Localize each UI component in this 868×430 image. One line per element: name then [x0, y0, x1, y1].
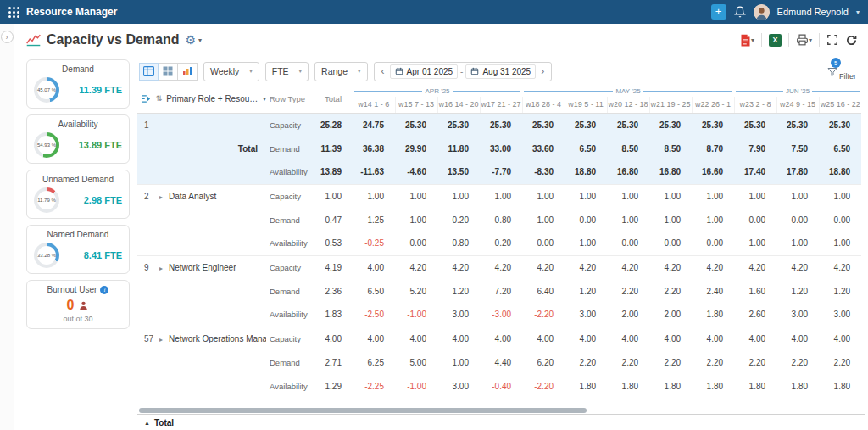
date-from-chip[interactable]: Apr 01 2025 [390, 64, 459, 79]
value-cell: 1.20 [776, 279, 819, 303]
date-to-chip[interactable]: Aug 31 2025 [465, 64, 536, 79]
print-button[interactable]: ▾ [796, 34, 812, 46]
column-header-name[interactable]: ⇅Primary Role + Resource...▾ [137, 85, 266, 113]
avatar[interactable] [754, 4, 770, 20]
value-cell: 0.20 [437, 208, 480, 232]
table-row: Demand2.716.255.001.004.406.202.202.202.… [137, 350, 861, 374]
pinned-total-footer[interactable]: ▲ Total [137, 414, 865, 430]
group-id: 1 [144, 120, 159, 130]
value-cell: 3.00 [437, 303, 480, 327]
info-icon[interactable]: i [100, 286, 108, 294]
value-cell: 4.00 [692, 327, 734, 350]
value-cell: 25.30 [480, 113, 522, 137]
expand-caret-icon[interactable]: ▸ [159, 265, 163, 272]
value-cell: -1.00 [395, 303, 437, 327]
row-type-cell: Availability [266, 160, 314, 184]
period-select[interactable]: Weekly ▾ [203, 62, 259, 81]
value-cell: 2.20 [649, 350, 692, 374]
filter-button[interactable]: 5 Filter [827, 62, 860, 81]
fullscreen-button[interactable] [826, 34, 838, 46]
group-name-cell[interactable]: 57▸Network Operations Manager [137, 327, 266, 350]
grid-view-button[interactable] [159, 63, 178, 81]
expand-caret-icon[interactable]: ▸ [159, 193, 163, 201]
collapse-up-icon: ▲ [144, 420, 150, 426]
table-view-button[interactable] [139, 63, 159, 81]
pdf-icon [740, 34, 751, 47]
notifications-button[interactable] [734, 6, 746, 18]
export-pdf-button[interactable]: ▾ [740, 34, 754, 47]
week-header: w14 1 - 6 [353, 97, 395, 113]
value-cell: 4.00 [353, 327, 395, 350]
footer-total-label: Total [154, 418, 174, 427]
group-name-cell[interactable]: 9▸Network Engineer [137, 255, 266, 279]
week-header: w19 5 - 11 [565, 97, 607, 113]
value-cell: 33.00 [480, 137, 522, 160]
refresh-button[interactable] [845, 34, 858, 47]
date-to-value: Aug 31 2025 [482, 67, 531, 76]
row-type-cell: Availability [266, 303, 314, 327]
value-cell: 16.80 [649, 160, 692, 184]
unit-select[interactable]: FTE ▾ [265, 62, 309, 81]
value-cell: 0.47 [314, 208, 353, 232]
donut-chart: 33.28 % [34, 243, 59, 268]
value-cell: 0.80 [480, 208, 522, 232]
week-header: w16 14 - 20 [437, 97, 480, 113]
value-cell: 4.19 [314, 255, 353, 279]
value-cell: 1.00 [607, 208, 649, 232]
range-select[interactable]: Range ▾ [314, 62, 367, 81]
chevron-down-icon[interactable]: ▾ [856, 8, 860, 16]
funnel-icon [827, 67, 837, 77]
value-cell: 0.00 [522, 232, 565, 255]
burnout-value: 0 [67, 298, 75, 313]
summary-card: Demand45.07 %11.39 FTE [26, 59, 130, 109]
add-button[interactable]: + [711, 4, 726, 20]
horizontal-scrollbar [137, 406, 865, 414]
group-name-cell[interactable]: 2▸Data Analyst [137, 184, 266, 208]
value-cell: -0.40 [480, 374, 522, 398]
expand-all-icon[interactable] [141, 94, 152, 103]
chevron-down-icon: ▾ [358, 68, 361, 75]
value-cell: 25.28 [314, 113, 353, 137]
scrollbar-thumb[interactable] [139, 408, 587, 413]
value-cell: 8.50 [649, 137, 692, 160]
export-excel-button[interactable]: X [769, 34, 782, 47]
value-cell: 4.20 [734, 255, 776, 279]
value-cell: 36.38 [353, 137, 395, 160]
table-row: 9▸Network EngineerCapacity4.194.004.204.… [137, 255, 861, 279]
value-cell: -2.50 [353, 303, 395, 327]
value-cell: 1.00 [776, 232, 819, 255]
value-cell: 1.00 [565, 184, 607, 208]
user-menu[interactable]: Edmund Reynold [777, 7, 849, 17]
value-cell: 25.30 [395, 113, 437, 137]
next-range-button[interactable]: › [536, 65, 549, 77]
week-header: w24 9 - 15 [776, 97, 819, 113]
row-type-cell: Availability [266, 232, 314, 255]
week-header: w21 19 - 25 [649, 97, 692, 113]
prev-range-button[interactable]: ‹ [376, 65, 390, 77]
donut-chart: 45.07 % [34, 77, 59, 103]
filter-label: Filter [839, 72, 856, 81]
app-launcher-icon[interactable] [8, 7, 19, 18]
month-header: JUN '25 [734, 85, 861, 97]
view-settings-button[interactable]: ⚙ ▾ [186, 33, 203, 47]
value-cell: 1.00 [692, 208, 734, 232]
sort-icon[interactable]: ⇅ [156, 94, 163, 103]
expand-panel-button[interactable]: › [1, 31, 14, 43]
value-cell: 29.90 [395, 137, 437, 160]
value-cell: -1.00 [395, 374, 437, 398]
table-toolbar: Weekly ▾ FTE ▾ Range ▾ ‹ [137, 59, 865, 85]
expand-caret-icon[interactable]: ▸ [159, 336, 163, 343]
burnout-title: Burnout User [47, 285, 97, 294]
card-title: Named Demand [33, 230, 123, 239]
left-collapse-strip: › [0, 24, 14, 430]
donut-chart: 54.93 % [34, 132, 59, 158]
value-cell: 4.00 [437, 327, 480, 350]
value-cell: 25.30 [565, 113, 607, 137]
value-cell: 18.80 [565, 160, 607, 184]
value-cell: 4.00 [776, 327, 819, 350]
value-cell: 4.20 [692, 255, 734, 279]
value-cell: 1.00 [522, 208, 565, 232]
chart-view-button[interactable] [178, 63, 198, 81]
chevron-down-icon: ▾ [198, 36, 202, 44]
value-cell: 1.80 [776, 374, 819, 398]
